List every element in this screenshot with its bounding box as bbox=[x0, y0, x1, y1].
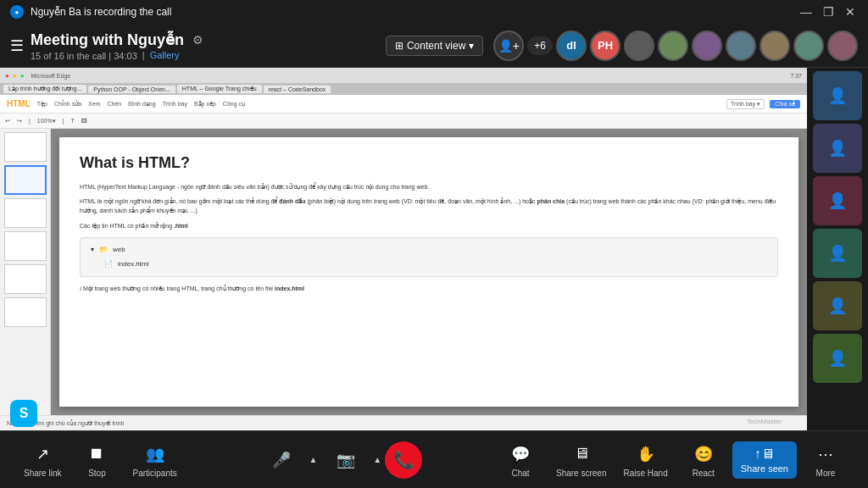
meeting-title: Meeting with Nguyễn bbox=[31, 30, 184, 49]
slide-note: ℹ Một trang web thường có nhiều trang HT… bbox=[80, 284, 778, 294]
tab-1[interactable]: Lập trình hướng đối tượng... bbox=[3, 85, 86, 93]
slide-title: What is HTML? bbox=[80, 154, 778, 172]
slide-thumb-2[interactable] bbox=[4, 165, 47, 195]
avatar-initials: PH bbox=[598, 39, 613, 52]
restore-button[interactable]: ❐ bbox=[821, 4, 836, 19]
code-block: ▾ 📁 web 📄 index.html bbox=[80, 237, 778, 278]
hamburger-icon[interactable]: ☰ bbox=[10, 36, 24, 55]
react-label: React bbox=[693, 469, 715, 478]
meeting-info: Meeting with Nguyễn ⚙ 15 of 16 in the ca… bbox=[31, 30, 203, 61]
collapse-icon: ▾ bbox=[91, 245, 94, 256]
slide-paragraph-1: HTML (HyperText Markup Language - ngôn n… bbox=[80, 182, 778, 191]
avatar-3 bbox=[624, 30, 654, 61]
react-button[interactable]: 😊 React bbox=[678, 439, 729, 481]
toolbar-left-group: ↗ Share link ⏹ Stop 👥 Participants bbox=[17, 439, 184, 481]
toolbar-zoom[interactable]: 100%▾ bbox=[37, 118, 56, 125]
close-button[interactable]: ✕ bbox=[843, 4, 858, 19]
slide-paragraph-2: HTML là một ngôn ngữ khá đơn giản, nó ba… bbox=[80, 197, 778, 215]
raise-hand-icon: ✋ bbox=[634, 442, 658, 466]
slides-menu-item-insert[interactable]: Chèn bbox=[107, 101, 121, 107]
slide-thumb-3[interactable] bbox=[4, 198, 47, 228]
slides-menu-item-arrange[interactable]: Bắp xếp bbox=[194, 101, 216, 108]
screen-share-area: ● ● ● Microsoft Edge 7:37 Lập trình hướn… bbox=[0, 68, 807, 430]
side-avatar-4: 👤 bbox=[813, 229, 862, 278]
mic-caret[interactable]: ▲ bbox=[309, 455, 317, 464]
content-view-button[interactable]: ⊞ Content view ▾ bbox=[386, 36, 483, 56]
recording-indicator: ● bbox=[10, 5, 24, 19]
avatar-ph: PH bbox=[590, 30, 620, 61]
share-link-icon: ↗ bbox=[31, 442, 54, 466]
end-call-button[interactable]: 📞 bbox=[385, 441, 422, 479]
settings-icon[interactable]: ⚙ bbox=[192, 33, 203, 47]
raise-hand-label: Raise Hand bbox=[623, 469, 667, 478]
video-caret[interactable]: ▲ bbox=[373, 455, 381, 464]
content-view-icon: ⊞ bbox=[395, 40, 403, 52]
gallery-link[interactable]: Gallery bbox=[150, 50, 180, 60]
mute-button[interactable]: 🎤 bbox=[256, 445, 307, 475]
slides-menu-item-tools[interactable]: Công cụ bbox=[223, 101, 245, 108]
tab-2[interactable]: Python OOP - Object Orien... bbox=[88, 86, 175, 93]
slide-paragraph-3: Các tệp tin HTML có phần mở rộng .html bbox=[80, 221, 778, 230]
avatar-4 bbox=[658, 30, 688, 61]
slides-main: What is HTML? HTML (HyperText Markup Lan… bbox=[0, 129, 807, 415]
toolbar-separator: | bbox=[29, 118, 31, 124]
tab-4[interactable]: react – CodeSandbox bbox=[264, 86, 331, 93]
minimize-button[interactable]: — bbox=[798, 4, 814, 19]
side-avatar-1: 👤 bbox=[813, 71, 862, 120]
trinhbay-btn[interactable]: Trình bày ▾ bbox=[726, 99, 765, 109]
skype-icon[interactable]: S bbox=[10, 400, 37, 427]
slides-panel bbox=[0, 129, 51, 415]
stop-icon: ⏹ bbox=[85, 442, 108, 466]
share-screen-button[interactable]: 🖥 Share screen bbox=[549, 439, 613, 481]
share-link-button[interactable]: ↗ Share link bbox=[17, 439, 68, 481]
share-btn[interactable]: Chia sẻ bbox=[770, 100, 800, 108]
slides-menu-item-edit[interactable]: Chỉnh sửa bbox=[54, 101, 81, 108]
toolbar-center-group: 🎤 ▲ 📷 ▲ 📞 bbox=[256, 441, 422, 479]
avatar-7 bbox=[760, 30, 790, 61]
stop-button[interactable]: ⏹ Stop bbox=[71, 439, 122, 481]
toolbar-redo[interactable]: ↪ bbox=[17, 118, 22, 125]
slide-thumb-5[interactable] bbox=[4, 264, 47, 294]
share-seen-button[interactable]: ↑🖥 Share seen bbox=[732, 441, 797, 479]
slides-logo: HTML bbox=[7, 99, 31, 108]
chat-button[interactable]: 💬 Chat bbox=[495, 439, 546, 481]
extra-participants-count: +6 bbox=[527, 36, 553, 55]
file-name: index.html bbox=[118, 259, 148, 270]
slides-menu-item-view[interactable]: Xem bbox=[88, 101, 100, 107]
participant-count-text: 15 of 16 in the call | 34:03 bbox=[31, 51, 137, 61]
toolbar-undo[interactable]: ↩ bbox=[5, 118, 10, 125]
add-participant-button[interactable]: 👤+ bbox=[493, 30, 524, 61]
current-slide: What is HTML? HTML (HyperText Markup Lan… bbox=[59, 137, 798, 407]
separator: | bbox=[142, 50, 145, 60]
participants-icon: 👥 bbox=[143, 442, 167, 466]
more-button[interactable]: ⋯ More bbox=[800, 439, 851, 481]
side-avatar-3: 👤 bbox=[813, 176, 862, 225]
browser-tabs: Lập trình hướng đối tượng... Python OOP … bbox=[0, 83, 807, 95]
share-screen-label: Share screen bbox=[556, 469, 606, 478]
slide-thumb-1[interactable] bbox=[4, 132, 47, 162]
react-icon: 😊 bbox=[692, 442, 715, 466]
slide-text-1: HTML (HyperText Markup Language - ngôn n… bbox=[80, 184, 429, 190]
participants-label: Participants bbox=[132, 469, 176, 478]
chat-label: Chat bbox=[511, 469, 529, 478]
participants-area: 👤+ +6 dl PH bbox=[493, 30, 858, 61]
raise-hand-button[interactable]: ✋ Raise Hand bbox=[616, 439, 674, 481]
meeting-header: ☰ Meeting with Nguyễn ⚙ 15 of 16 in the … bbox=[0, 24, 868, 68]
toolbar-text[interactable]: T bbox=[71, 118, 75, 124]
slide-thumb-4[interactable] bbox=[4, 231, 47, 261]
right-sidebar: 👤 👤 👤 👤 👤 👤 bbox=[807, 68, 868, 430]
tab-3[interactable]: HTML – Google Trang chiếu bbox=[177, 85, 262, 93]
slides-menu-item[interactable]: Tệp bbox=[37, 101, 47, 108]
google-slides-window: ● ● ● Microsoft Edge 7:37 Lập trình hướn… bbox=[0, 68, 807, 430]
avatar-initials: dl bbox=[566, 39, 576, 52]
slides-menu-item-format[interactable]: Định dạng bbox=[128, 101, 155, 108]
slides-menu-item-present[interactable]: Trình bày bbox=[163, 101, 187, 107]
toolbar-image[interactable]: 🖼 bbox=[81, 118, 87, 124]
toolbar-right-group: 💬 Chat 🖥 Share screen ✋ Raise Hand 😊 Rea… bbox=[495, 439, 851, 481]
chat-icon: 💬 bbox=[509, 442, 532, 466]
slide-thumb-6[interactable] bbox=[4, 297, 47, 327]
main-content: ● ● ● Microsoft Edge 7:37 Lập trình hướn… bbox=[0, 68, 868, 430]
participants-button[interactable]: 👥 Participants bbox=[125, 439, 183, 481]
folder-name: web bbox=[113, 245, 125, 256]
video-button[interactable]: 📷 bbox=[320, 445, 371, 475]
